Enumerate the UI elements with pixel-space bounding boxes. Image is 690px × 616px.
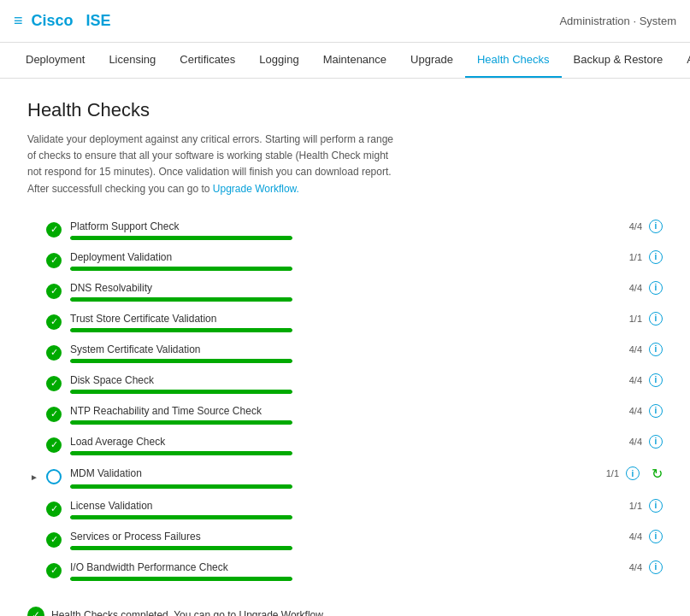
check-label: Services or Process Failures xyxy=(70,531,201,543)
main-content: Health Checks Validate your deployment a… xyxy=(0,79,690,616)
progress-bar-fill xyxy=(70,484,292,489)
expand-arrow[interactable]: ► xyxy=(27,470,41,484)
checks-list: ✓ Platform Support Check 4/4 i ✓ Deploym… xyxy=(27,214,663,586)
info-icon[interactable]: i xyxy=(626,466,640,480)
check-row: ✓ I/O Bandwidth Performance Check 4/4 i xyxy=(27,555,663,586)
check-header: Disk Space Check 4/4 i xyxy=(70,373,663,387)
nav-item-licensing[interactable]: Licensing xyxy=(97,43,168,78)
page-title: Health Checks xyxy=(27,99,663,121)
hamburger-icon[interactable]: ≡ xyxy=(14,12,23,30)
info-icon[interactable]: i xyxy=(649,435,663,449)
check-label: Disk Space Check xyxy=(70,374,154,386)
check-label: NTP Reachability and Time Source Check xyxy=(70,405,262,417)
check-status-icon: ✓ xyxy=(46,407,62,422)
check-header: I/O Bandwidth Performance Check 4/4 i xyxy=(70,560,663,574)
info-icon[interactable]: i xyxy=(649,312,663,326)
check-label: MDM Validation xyxy=(70,467,142,479)
check-count: 1/1 xyxy=(629,314,642,324)
check-count: 4/4 xyxy=(629,531,642,542)
check-header: System Certificate Validation 4/4 i xyxy=(70,343,663,356)
nav-item-logging[interactable]: Logging xyxy=(247,43,310,78)
check-status-icon: ✓ xyxy=(46,376,62,391)
check-content: Load Average Check 4/4 i xyxy=(70,435,663,455)
nav-item-deployment[interactable]: Deployment xyxy=(14,43,97,78)
progress-bar xyxy=(70,451,292,455)
progress-bar-fill xyxy=(70,420,292,425)
check-row: ✓ System Certificate Validation 4/4 i xyxy=(27,337,663,368)
check-row: ✓ NTP Reachability and Time Source Check… xyxy=(27,399,663,430)
check-count: 4/4 xyxy=(629,406,642,416)
check-header: Services or Process Failures 4/4 i xyxy=(70,530,663,543)
progress-bar-fill xyxy=(70,297,292,302)
refresh-icon[interactable]: ↻ xyxy=(652,466,663,482)
progress-bar xyxy=(70,577,292,581)
upgrade-link[interactable]: Upgrade Workflow. xyxy=(213,183,299,195)
check-count: 1/1 xyxy=(629,252,642,262)
check-content: System Certificate Validation 4/4 i xyxy=(70,343,663,363)
progress-bar xyxy=(70,267,292,271)
info-icon[interactable]: i xyxy=(649,560,663,574)
logo-cisco: Cisco xyxy=(32,12,74,29)
info-icon[interactable]: i xyxy=(649,281,663,295)
progress-bar-fill xyxy=(70,359,292,363)
check-status-icon: ✓ xyxy=(46,345,62,361)
check-row: ✓ Trust Store Certificate Validation 1/1… xyxy=(27,307,663,337)
check-label: I/O Bandwidth Performance Check xyxy=(70,561,228,573)
check-content: Deployment Validation 1/1 i xyxy=(70,250,663,271)
check-content: Services or Process Failures 4/4 i xyxy=(70,530,663,550)
footer-status-text: Health Checks completed. You can go to U… xyxy=(51,609,326,616)
progress-bar xyxy=(70,390,292,394)
info-icon[interactable]: i xyxy=(649,530,663,543)
info-icon[interactable]: i xyxy=(649,250,663,264)
check-content: Disk Space Check 4/4 i xyxy=(70,373,663,394)
check-count: 4/4 xyxy=(629,437,642,447)
progress-bar-fill xyxy=(70,267,292,271)
check-row: ✓ License Validation 1/1 i xyxy=(27,494,663,525)
info-icon[interactable]: i xyxy=(649,220,663,233)
progress-bar xyxy=(70,328,292,332)
info-icon[interactable]: i xyxy=(649,373,663,387)
nav-item-health-checks[interactable]: Health Checks xyxy=(465,43,562,78)
footer-status: ✓ Health Checks completed. You can go to… xyxy=(27,607,663,616)
check-label: DNS Resolvability xyxy=(70,282,152,294)
check-count: 4/4 xyxy=(629,562,642,572)
check-row: ► MDM Validation 1/1 i ↻ xyxy=(27,461,663,494)
progress-bar xyxy=(70,484,292,489)
progress-bar-fill xyxy=(70,451,292,455)
check-content: I/O Bandwidth Performance Check 4/4 i xyxy=(70,560,663,581)
check-count: 4/4 xyxy=(629,375,642,385)
check-status-icon: ✓ xyxy=(46,437,62,453)
nav-item-backup--restore[interactable]: Backup & Restore xyxy=(562,43,675,78)
check-content: Trust Store Certificate Validation 1/1 i xyxy=(70,312,663,332)
nav-item-upgrade[interactable]: Upgrade xyxy=(398,43,465,78)
logo: Cisco ISE xyxy=(32,12,111,30)
check-content: MDM Validation 1/1 i ↻ xyxy=(70,466,663,489)
check-count: 4/4 xyxy=(629,283,642,293)
check-header: MDM Validation 1/1 i ↻ xyxy=(70,466,663,482)
check-label: Deployment Validation xyxy=(70,251,172,263)
logo-ise: ISE xyxy=(86,12,111,29)
nav-item-admin-access[interactable]: Admin Access xyxy=(675,43,690,78)
check-count: 1/1 xyxy=(606,468,619,478)
check-header: Trust Store Certificate Validation 1/1 i xyxy=(70,312,663,326)
check-status-icon: ✓ xyxy=(46,284,62,299)
check-header: Deployment Validation 1/1 i xyxy=(70,250,663,264)
check-row: ✓ Disk Space Check 4/4 i xyxy=(27,368,663,399)
check-header: License Validation 1/1 i xyxy=(70,499,663,513)
check-row: ✓ Services or Process Failures 4/4 i xyxy=(27,525,663,555)
progress-bar-fill xyxy=(70,328,292,332)
progress-bar xyxy=(70,236,292,240)
check-header: NTP Reachability and Time Source Check 4… xyxy=(70,404,663,418)
progress-bar-fill xyxy=(70,577,292,581)
header: ≡ Cisco ISE Administration · System xyxy=(0,0,690,43)
progress-bar-fill xyxy=(70,390,292,394)
check-status-icon xyxy=(46,469,62,484)
nav-item-certificates[interactable]: Certificates xyxy=(168,43,247,78)
progress-bar-fill xyxy=(70,546,292,550)
nav-item-maintenance[interactable]: Maintenance xyxy=(311,43,398,78)
info-icon[interactable]: i xyxy=(649,404,663,418)
info-icon[interactable]: i xyxy=(649,343,663,356)
info-icon[interactable]: i xyxy=(649,499,663,513)
check-row: ✓ Load Average Check 4/4 i xyxy=(27,430,663,461)
check-header: DNS Resolvability 4/4 i xyxy=(70,281,663,295)
